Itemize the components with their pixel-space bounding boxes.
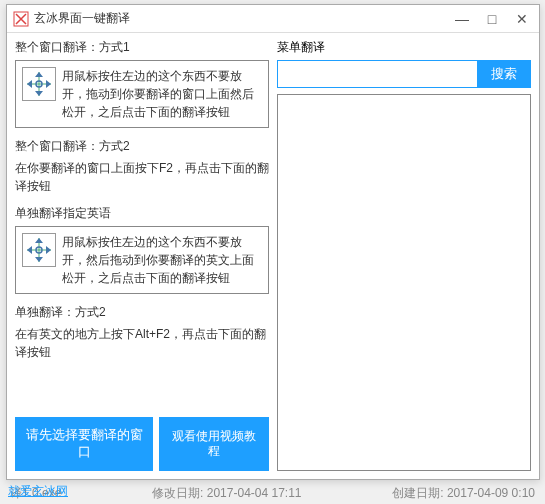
watch-video-button[interactable]: 观看使用视频教程: [159, 417, 269, 471]
select-window-button[interactable]: 请先选择要翻译的窗口: [15, 417, 153, 471]
background-row-2: 译1.0.exe 修改日期: 2017-04-04 17:11 创建日期: 20…: [0, 480, 545, 504]
window-title: 玄冰界面一键翻译: [34, 10, 451, 27]
left-panel: 整个窗口翻译：方式1 用鼠标按住左边的这个东西不要放开，拖动到你要翻译的窗口上面…: [15, 39, 269, 471]
right-panel: 菜单翻译 搜索: [277, 39, 531, 471]
menu-translate-title: 菜单翻译: [277, 39, 531, 56]
section3-desc: 用鼠标按住左边的这个东西不要放开，然后拖动到你要翻译的英文上面松开，之后点击下面…: [62, 233, 262, 287]
search-input[interactable]: [277, 60, 477, 88]
section4-title: 单独翻译：方式2: [15, 304, 269, 321]
close-button[interactable]: ✕: [511, 9, 533, 29]
section2-title: 整个窗口翻译：方式2: [15, 138, 269, 155]
section3-box: 用鼠标按住左边的这个东西不要放开，然后拖动到你要翻译的英文上面松开，之后点击下面…: [15, 226, 269, 294]
search-button[interactable]: 搜索: [477, 60, 531, 88]
app-icon: [13, 11, 29, 27]
section1-desc: 用鼠标按住左边的这个东西不要放开，拖动到你要翻译的窗口上面然后松开，之后点击下面…: [62, 67, 262, 121]
maximize-button[interactable]: □: [481, 9, 503, 29]
minimize-button[interactable]: —: [451, 9, 473, 29]
drag-target-icon[interactable]: [22, 233, 56, 267]
section1-title: 整个窗口翻译：方式1: [15, 39, 269, 56]
section4-desc: 在有英文的地方上按下Alt+F2，再点击下面的翻译按钮: [15, 325, 269, 361]
result-listbox[interactable]: [277, 94, 531, 471]
app-window: 玄冰界面一键翻译 — □ ✕ 整个窗口翻译：方式1 用鼠标按住左: [6, 4, 540, 480]
section1-box: 用鼠标按住左边的这个东西不要放开，拖动到你要翻译的窗口上面然后松开，之后点击下面…: [15, 60, 269, 128]
titlebar[interactable]: 玄冰界面一键翻译 — □ ✕: [7, 5, 539, 33]
footer-link[interactable]: 就爱玄冰网: [8, 483, 68, 500]
section2-desc: 在你要翻译的窗口上面按下F2，再点击下面的翻译按钮: [15, 159, 269, 195]
drag-target-icon[interactable]: [22, 67, 56, 101]
section3-title: 单独翻译指定英语: [15, 205, 269, 222]
